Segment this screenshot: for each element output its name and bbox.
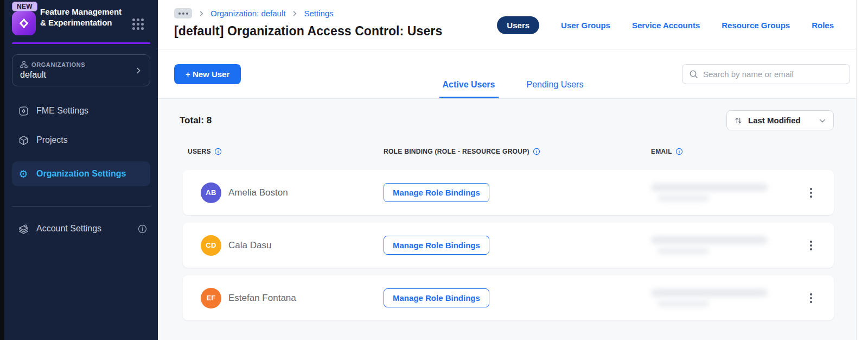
page-header: Organization: default Settings [default]… bbox=[158, 0, 868, 49]
table-row: AB Amelia Boston Manage Role Bindings bbox=[183, 170, 834, 215]
table-row: CD Cala Dasu Manage Role Bindings bbox=[183, 223, 834, 268]
users-content: Total: 8 Last Modified USERS ROL bbox=[158, 99, 868, 340]
info-icon[interactable] bbox=[214, 148, 222, 155]
avatar: CD bbox=[201, 235, 221, 256]
avatar: EF bbox=[201, 288, 221, 308]
toolbar: + New User Active Users Pending Users bbox=[158, 49, 868, 99]
sidebar-item-organization-settings[interactable]: ⚙ Organization Settings bbox=[12, 161, 150, 186]
avatar: AB bbox=[201, 182, 221, 203]
sidebar-nav: FME Settings Projects ⚙ Organization Set… bbox=[4, 103, 158, 237]
main-area: Organization: default Settings [default]… bbox=[158, 0, 868, 340]
table-row: EF Estefan Fontana Manage Role Bindings bbox=[183, 275, 834, 320]
user-name: Cala Dasu bbox=[228, 240, 271, 251]
right-gutter bbox=[856, 0, 868, 340]
info-icon[interactable] bbox=[138, 224, 147, 234]
user-list: AB Amelia Boston Manage Role Bindings CD… bbox=[183, 170, 834, 320]
nav-tab-service-accounts[interactable]: Service Accounts bbox=[632, 21, 700, 30]
sidebar-item-label: Organization Settings bbox=[36, 169, 126, 179]
organization-selector[interactable]: ORGANIZATIONS default bbox=[12, 54, 150, 86]
tab-active-users[interactable]: Active Users bbox=[439, 80, 499, 98]
breadcrumb: Organization: default Settings bbox=[174, 8, 334, 18]
row-menu-kebab-icon[interactable] bbox=[807, 185, 815, 201]
sidebar-item-projects[interactable]: Projects bbox=[12, 132, 150, 148]
redacted-email bbox=[651, 184, 788, 202]
sidebar-item-account-settings[interactable]: Account Settings bbox=[12, 221, 150, 237]
brand-title: Feature Management & Experimentation bbox=[40, 7, 127, 28]
column-header-email: EMAIL bbox=[651, 148, 834, 155]
redacted-email bbox=[651, 289, 788, 307]
chevron-right-icon bbox=[198, 10, 205, 17]
manage-role-bindings-button[interactable]: Manage Role Bindings bbox=[384, 288, 489, 307]
search-input[interactable] bbox=[703, 70, 843, 79]
brand-accent-line bbox=[12, 42, 150, 44]
gear-icon: ⚙ bbox=[17, 169, 29, 179]
sidebar-item-label: Account Settings bbox=[36, 224, 101, 234]
user-name: Amelia Boston bbox=[228, 187, 288, 198]
brand-header: NEW Feature Management & Experimentation bbox=[4, 0, 158, 50]
sidebar-item-label: FME Settings bbox=[36, 106, 88, 116]
manage-role-bindings-button[interactable]: Manage Role Bindings bbox=[384, 236, 489, 255]
sort-arrows-icon bbox=[734, 116, 743, 125]
nav-tab-roles[interactable]: Roles bbox=[812, 21, 834, 30]
breadcrumb-link-settings[interactable]: Settings bbox=[304, 9, 333, 18]
user-name: Estefan Fontana bbox=[228, 293, 296, 304]
sidebar-divider bbox=[12, 206, 150, 207]
breadcrumb-link-organization[interactable]: Organization: default bbox=[210, 9, 285, 18]
chevron-down-icon bbox=[819, 117, 826, 124]
chevron-right-icon bbox=[291, 10, 298, 17]
search-box bbox=[682, 64, 850, 84]
nav-tab-resource-groups[interactable]: Resource Groups bbox=[722, 21, 790, 30]
redacted-email bbox=[651, 236, 788, 254]
sidebar-item-fme-settings[interactable]: FME Settings bbox=[12, 103, 150, 119]
nav-tab-users[interactable]: Users bbox=[497, 16, 539, 34]
projects-cube-icon bbox=[17, 135, 29, 146]
page-title: [default] Organization Access Control: U… bbox=[174, 24, 442, 39]
sidebar: NEW Feature Management & Experimentation… bbox=[4, 0, 158, 340]
split-logo-icon bbox=[17, 16, 31, 30]
screen-edge-strip bbox=[0, 0, 4, 340]
column-header-role-binding: ROLE BINDING (ROLE - RESOURCE GROUP) bbox=[384, 148, 651, 155]
organization-value: default bbox=[20, 70, 142, 80]
org-hierarchy-icon bbox=[20, 61, 28, 68]
new-badge: NEW bbox=[12, 2, 37, 11]
total-count-label: Total: 8 bbox=[180, 115, 212, 126]
access-control-nav: Users User Groups Service Accounts Resou… bbox=[497, 16, 834, 34]
tab-pending-users[interactable]: Pending Users bbox=[524, 80, 587, 98]
sidebar-item-label: Projects bbox=[36, 135, 68, 145]
sort-dropdown[interactable]: Last Modified bbox=[726, 110, 834, 130]
column-header-users: USERS bbox=[188, 148, 384, 155]
chevron-right-icon bbox=[135, 67, 142, 74]
row-menu-kebab-icon[interactable] bbox=[807, 290, 815, 306]
layers-gear-icon bbox=[17, 223, 29, 235]
nav-tab-user-groups[interactable]: User Groups bbox=[561, 21, 610, 30]
fme-settings-icon bbox=[17, 105, 29, 117]
table-header: USERS ROLE BINDING (ROLE - RESOURCE GROU… bbox=[183, 148, 834, 155]
sort-dropdown-value: Last Modified bbox=[748, 116, 813, 125]
info-icon[interactable] bbox=[675, 148, 683, 155]
manage-role-bindings-button[interactable]: Manage Role Bindings bbox=[384, 183, 489, 202]
breadcrumb-ellipsis-button[interactable] bbox=[174, 8, 192, 18]
organizations-label: ORGANIZATIONS bbox=[31, 61, 85, 68]
search-icon bbox=[689, 70, 698, 79]
info-icon[interactable] bbox=[533, 148, 540, 155]
row-menu-kebab-icon[interactable] bbox=[807, 237, 815, 254]
split-logo bbox=[12, 11, 36, 35]
app-switcher-icon[interactable] bbox=[132, 18, 144, 30]
